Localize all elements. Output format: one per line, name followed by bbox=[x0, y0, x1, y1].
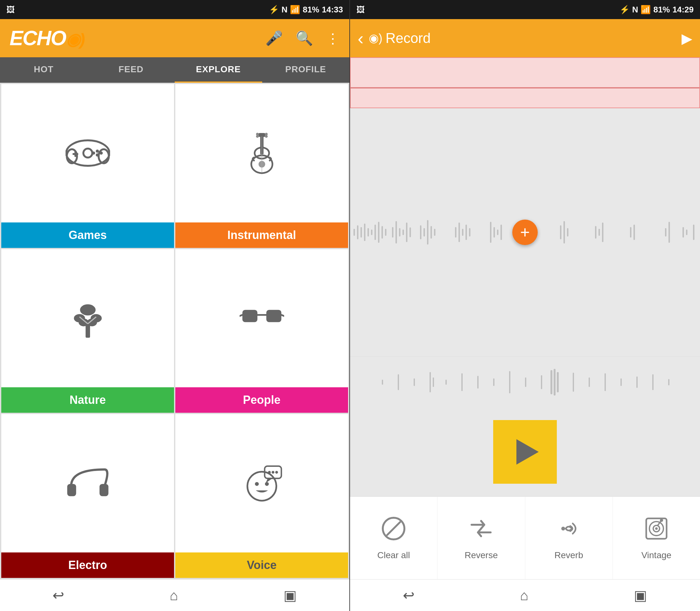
svg-rect-71 bbox=[497, 229, 498, 235]
app-header: ECHO◉) 🎤 🔍 ⋮ bbox=[0, 19, 349, 57]
clear-all-label: Clear all bbox=[377, 550, 410, 561]
svg-rect-76 bbox=[560, 225, 561, 239]
svg-rect-99 bbox=[525, 377, 526, 387]
svg-point-7 bbox=[100, 151, 103, 155]
clear-all-icon bbox=[381, 516, 406, 547]
clear-icon-svg bbox=[381, 516, 406, 541]
right-status-left: 🖼 bbox=[356, 5, 364, 15]
tab-hot[interactable]: HOT bbox=[0, 57, 88, 83]
svg-rect-50 bbox=[378, 222, 379, 243]
games-icon-area bbox=[1, 84, 174, 222]
svg-rect-49 bbox=[374, 225, 376, 240]
svg-rect-48 bbox=[371, 229, 372, 235]
svg-rect-97 bbox=[493, 378, 494, 386]
svg-rect-53 bbox=[392, 227, 393, 238]
svg-rect-51 bbox=[382, 226, 383, 239]
recording-text-area[interactable] bbox=[350, 57, 700, 108]
svg-rect-52 bbox=[385, 229, 386, 236]
reverse-label: Reverse bbox=[464, 550, 497, 561]
reverb-label: Reverb bbox=[554, 550, 583, 561]
nav-tabs: HOT FEED EXPLORE PROFILE bbox=[0, 57, 349, 83]
nature-icon-area bbox=[1, 249, 174, 388]
nfc-icon-r: N bbox=[632, 5, 638, 15]
electro-icon-area bbox=[1, 414, 174, 552]
svg-rect-5 bbox=[73, 153, 78, 155]
vintage-effect[interactable]: Vintage bbox=[613, 497, 700, 579]
category-electro[interactable]: Electro bbox=[1, 414, 174, 578]
vintage-label: Vintage bbox=[641, 550, 671, 561]
vintage-icon-svg bbox=[644, 516, 669, 541]
reverse-effect[interactable]: Reverse bbox=[437, 497, 525, 579]
svg-rect-105 bbox=[621, 378, 622, 386]
left-status-bar: 🖼 ⚡ N 📶 81% 14:33 bbox=[0, 0, 349, 19]
svg-rect-111 bbox=[557, 372, 559, 392]
category-games[interactable]: Games bbox=[1, 84, 174, 248]
svg-rect-104 bbox=[605, 373, 606, 391]
back-button-r[interactable]: ↩ bbox=[403, 587, 415, 603]
svg-rect-31 bbox=[266, 310, 281, 322]
home-button-r[interactable]: ⌂ bbox=[520, 587, 528, 603]
right-bottom-nav: ↩ ⌂ ▣ bbox=[350, 579, 700, 611]
battery-text-r: 81% bbox=[653, 5, 670, 15]
category-instrumental[interactable]: Instrumental bbox=[175, 84, 348, 248]
svg-rect-68 bbox=[469, 228, 470, 236]
svg-rect-47 bbox=[368, 228, 369, 236]
svg-line-33 bbox=[281, 315, 284, 316]
reverb-effect[interactable]: Reverb bbox=[525, 497, 613, 579]
echo-small-icon: ◉) bbox=[369, 31, 383, 45]
svg-rect-64 bbox=[455, 227, 456, 238]
bluetooth-icon-r: ⚡ bbox=[620, 5, 630, 15]
svg-rect-56 bbox=[402, 229, 404, 235]
clear-all-effect[interactable]: Clear all bbox=[350, 497, 437, 579]
svg-point-0 bbox=[66, 140, 109, 166]
nfc-icon: N bbox=[282, 5, 288, 15]
reverse-icon-svg bbox=[468, 516, 494, 541]
menu-icon[interactable]: ⋮ bbox=[326, 30, 340, 46]
svg-rect-63 bbox=[434, 229, 435, 236]
svg-point-42 bbox=[275, 471, 278, 474]
svg-rect-108 bbox=[668, 379, 669, 385]
back-button[interactable]: ↩ bbox=[53, 587, 64, 603]
svg-point-118 bbox=[655, 527, 658, 530]
send-button[interactable]: ▶ bbox=[682, 30, 692, 46]
people-icon-area bbox=[175, 249, 348, 388]
time-display: 14:33 bbox=[322, 5, 343, 15]
tab-explore[interactable]: EXPLORE bbox=[175, 57, 262, 83]
nature-label: Nature bbox=[1, 387, 174, 413]
svg-point-36 bbox=[247, 472, 276, 501]
svg-rect-109 bbox=[550, 370, 552, 394]
play-triangle-icon bbox=[517, 439, 539, 465]
svg-point-1 bbox=[83, 149, 92, 158]
svg-rect-92 bbox=[430, 372, 431, 392]
add-track-button[interactable]: + bbox=[512, 220, 538, 245]
recents-button[interactable]: ▣ bbox=[283, 587, 297, 603]
back-icon[interactable]: ‹ bbox=[358, 28, 364, 49]
tab-profile[interactable]: PROFILE bbox=[262, 57, 350, 83]
search-icon[interactable]: 🔍 bbox=[296, 30, 313, 46]
tab-feed[interactable]: FEED bbox=[88, 57, 175, 83]
recents-button-r[interactable]: ▣ bbox=[634, 587, 647, 603]
home-button[interactable]: ⌂ bbox=[169, 587, 178, 603]
right-status-right: ⚡ N 📶 81% 14:29 bbox=[620, 5, 694, 15]
svg-point-37 bbox=[255, 482, 259, 486]
svg-rect-72 bbox=[501, 225, 502, 240]
svg-point-9 bbox=[92, 151, 95, 155]
svg-rect-87 bbox=[686, 229, 687, 235]
effects-bar: Clear all Reverse bbox=[350, 496, 700, 579]
svg-point-38 bbox=[265, 482, 269, 486]
mic-icon[interactable]: 🎤 bbox=[265, 30, 283, 46]
wifi-icon: 📶 bbox=[290, 5, 300, 15]
left-bottom-nav: ↩ ⌂ ▣ bbox=[0, 579, 349, 611]
play-button[interactable] bbox=[493, 420, 557, 484]
people-label: People bbox=[175, 387, 348, 413]
battery-text: 81% bbox=[302, 5, 319, 15]
category-voice[interactable]: Voice bbox=[175, 414, 348, 578]
reverb-icon-svg bbox=[556, 516, 582, 541]
category-people[interactable]: People bbox=[175, 249, 348, 413]
svg-point-40 bbox=[268, 471, 271, 474]
category-nature[interactable]: Nature bbox=[1, 249, 174, 413]
svg-rect-43 bbox=[354, 229, 355, 236]
svg-rect-45 bbox=[360, 227, 362, 238]
svg-rect-61 bbox=[427, 220, 428, 245]
svg-rect-34 bbox=[67, 484, 76, 496]
